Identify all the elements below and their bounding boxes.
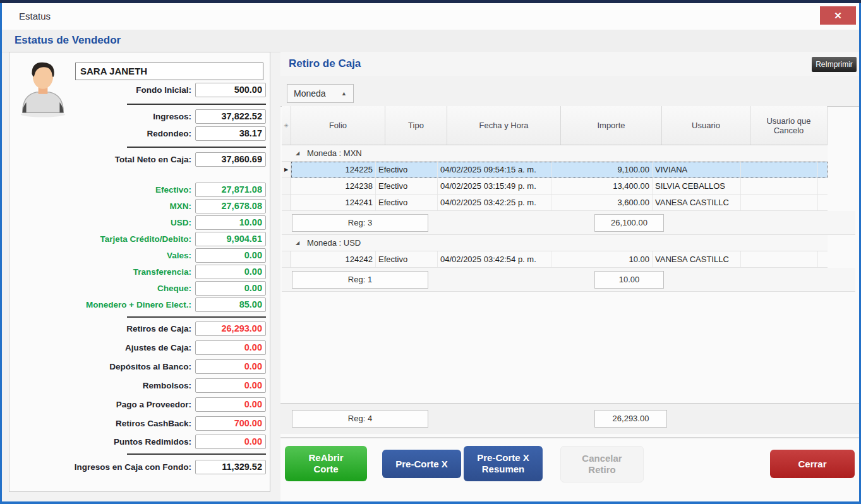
field-redondeo: Redondeo: 38.17	[9, 126, 266, 141]
button-label: Pre-Corte X	[477, 452, 529, 464]
cell-usuario-cancelo	[741, 162, 818, 177]
group-row-usd[interactable]: ◢ Moneda : USD	[282, 235, 828, 251]
cell-usuario: SILVIA CEBALLOS	[653, 178, 741, 194]
field-value: 0.00	[195, 435, 266, 449]
row-arrow-icon: ▶	[282, 162, 291, 178]
page-title: Estatus de Vendedor	[15, 30, 121, 51]
cell-folio: 124225	[291, 162, 376, 177]
cell-fecha: 04/02/2025 03:15:49 p. m.	[438, 178, 551, 194]
col-header-usuario[interactable]: Usuario	[662, 106, 750, 145]
cell-usuario: VANESA CASTILLC	[653, 251, 741, 267]
col-header-fecha[interactable]: Fecha y Hora	[447, 106, 561, 145]
cancelar-retiro-button[interactable]: Cancelar Retiro	[560, 446, 644, 483]
field-label: Monedero + Dinero Elect.:	[9, 297, 191, 312]
field-value: 9,904.61	[195, 232, 266, 246]
field-label: Retiros de Caja:	[9, 321, 191, 336]
row-indicator	[282, 251, 291, 268]
field-value: 0.00	[195, 359, 266, 374]
cell-importe: 10.00	[551, 251, 653, 267]
cell-fecha: 04/02/2025 09:54:15 a. m.	[438, 162, 551, 177]
button-label: Cerrar	[798, 459, 826, 470]
button-label: Pre-Corte X	[395, 459, 448, 470]
reimprimir-button[interactable]: ReImprimir	[812, 57, 857, 72]
cell-importe: 13,400.00	[551, 178, 653, 194]
pre-corte-x-button[interactable]: Pre-Corte X	[382, 450, 461, 478]
group-reg-summary: Reg: 1	[292, 271, 428, 289]
button-label: Resumen	[482, 464, 525, 475]
field-efectivo: Efectivo: 27,871.08	[9, 183, 266, 197]
field-ingresos-con-fondo: Ingresos en Caja con Fondo: 11,329.52	[9, 460, 266, 474]
field-monedero: Monedero + Dinero Elect.: 85.00	[9, 297, 266, 312]
cell-usuario: VANESA CASTILLC	[653, 195, 741, 210]
row-indicator	[282, 195, 291, 211]
field-value: 0.00	[195, 397, 266, 412]
grid-header-row: ✳ Folio Tipo Fecha y Hora Importe Usuari…	[282, 106, 828, 145]
field-label: Cheque:	[9, 281, 191, 296]
cell-folio: 124242	[291, 251, 376, 267]
cell-usuario-cancelo	[741, 178, 818, 194]
field-label: MXN:	[9, 199, 191, 213]
field-value: 37,822.52	[195, 109, 266, 124]
group-label: Moneda : MXN	[307, 145, 362, 161]
group-by-panel: Moneda ▲	[280, 76, 859, 107]
pre-corte-x-resumen-button[interactable]: Pre-Corte X Resumen	[464, 446, 543, 481]
cell-tipo: Efectivo	[376, 162, 438, 177]
field-label: Depósitos al Banco:	[9, 359, 191, 374]
table-row[interactable]: 124242 Efectivo 04/02/2025 03:42:54 p. m…	[282, 251, 828, 268]
cerrar-button[interactable]: Cerrar	[770, 450, 855, 478]
cell-importe: 9,100.00	[551, 162, 653, 177]
cell-folio: 124241	[291, 195, 376, 210]
field-label: Fondo Inicial:	[9, 83, 191, 97]
group-expand-icon[interactable]: ◢	[296, 235, 299, 251]
group-expand-icon[interactable]: ◢	[296, 145, 299, 161]
field-value: 10.00	[195, 215, 266, 230]
field-value: 0.00	[195, 340, 266, 355]
field-value: 500.00	[195, 83, 266, 97]
divider	[127, 453, 266, 455]
row-indicator-header: ✳	[282, 106, 291, 145]
field-value: 85.00	[195, 297, 266, 312]
group-reg-summary: Reg: 3	[292, 214, 428, 232]
cell-folio: 124238	[291, 178, 376, 194]
section-header-strip: Estatus de Vendedor	[2, 30, 859, 52]
field-pago-proveedor: Pago a Proveedor: 0.00	[9, 397, 266, 412]
field-label: Ingresos:	[9, 109, 191, 124]
cell-tipo: Efectivo	[376, 195, 438, 210]
col-header-folio[interactable]: Folio	[291, 106, 385, 145]
close-button[interactable]: ✕	[820, 6, 856, 25]
reabrir-corte-button[interactable]: ReAbrir Corte	[285, 446, 367, 481]
group-by-moneda-button[interactable]: Moneda ▲	[287, 84, 354, 103]
field-rembolsos: Rembolsos: 0.00	[9, 378, 266, 393]
cell-tipo: Efectivo	[376, 178, 438, 194]
group-footer-usd: Reg: 1 10.00	[282, 268, 855, 292]
group-row-mxn[interactable]: ◢ Moneda : MXN	[282, 145, 828, 162]
field-cashback: Retiros CashBack: 700.00	[9, 416, 266, 431]
cell-usuario: VIVIANA	[653, 162, 741, 177]
cell-fecha: 04/02/2025 03:42:54 p. m.	[438, 251, 551, 267]
group-footer-mxn: Reg: 3 26,100.00	[282, 211, 855, 235]
field-label: Retiros CashBack:	[9, 416, 191, 431]
col-header-importe[interactable]: Importe	[561, 106, 662, 145]
cell-usuario-cancelo	[741, 195, 818, 210]
table-row[interactable]: 124241 Efectivo 04/02/2025 03:42:25 p. m…	[282, 195, 828, 211]
field-value: 0.00	[195, 265, 266, 279]
vendor-name-input[interactable]: SARA JANETH	[75, 63, 263, 80]
vendor-status-panel: SARA JANETH Fondo Inicial: 500.00 Ingres…	[9, 52, 270, 492]
table-row[interactable]: ▶ 124225 Efectivo 04/02/2025 09:54:15 a.…	[282, 162, 828, 178]
field-fondo-inicial: Fondo Inicial: 500.00	[9, 83, 266, 97]
field-label: Total Neto en Caja:	[9, 152, 191, 167]
field-ingresos: Ingresos: 37,822.52	[9, 109, 266, 124]
table-row[interactable]: 124238 Efectivo 04/02/2025 03:15:49 p. m…	[282, 178, 828, 195]
col-header-usuario-cancelo[interactable]: Usuario que Cancelo	[750, 106, 828, 145]
col-header-tipo[interactable]: Tipo	[385, 106, 447, 145]
field-usd: USD: 10.00	[9, 215, 266, 230]
field-value: 11,329.52	[195, 460, 266, 474]
total-reg-summary: Reg: 4	[292, 410, 428, 428]
field-label: Puntos Redimidos:	[9, 435, 191, 449]
field-value: 38.17	[195, 126, 266, 141]
cell-fecha: 04/02/2025 03:42:25 p. m.	[438, 195, 551, 210]
field-label: Ajustes de Caja:	[9, 340, 191, 355]
field-label: Rembolsos:	[9, 378, 191, 393]
field-cheque: Cheque: 0.00	[9, 281, 266, 296]
field-label: Redondeo:	[9, 126, 191, 141]
